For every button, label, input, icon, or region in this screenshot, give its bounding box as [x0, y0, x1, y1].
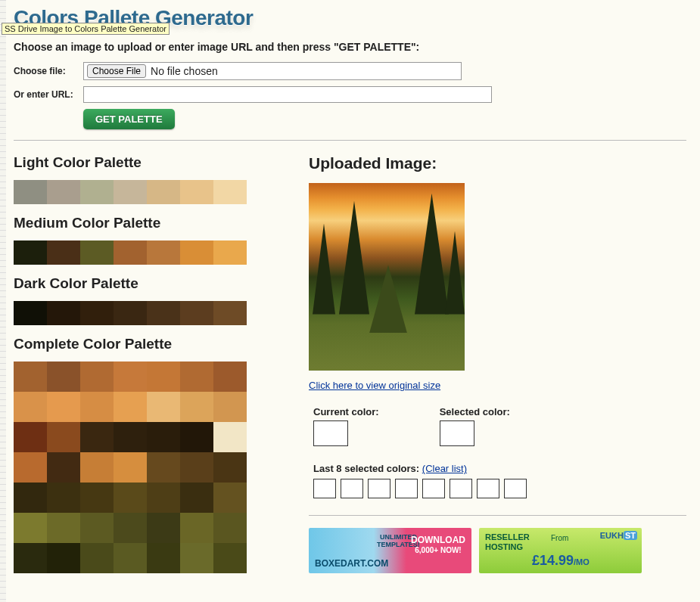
file-input-box[interactable]: Choose File No file chosen: [83, 62, 462, 80]
color-swatch[interactable]: [213, 301, 247, 325]
get-palette-button[interactable]: GET PALETTE: [83, 109, 175, 129]
color-swatch[interactable]: [147, 513, 180, 543]
color-swatch[interactable]: [114, 543, 147, 573]
ad-logo-text: EUKHST: [600, 531, 637, 540]
color-swatch[interactable]: [180, 543, 213, 573]
color-swatch[interactable]: [147, 180, 180, 204]
color-swatch[interactable]: [80, 301, 114, 325]
color-swatch[interactable]: [180, 301, 213, 325]
color-swatch[interactable]: [180, 362, 213, 392]
color-swatch[interactable]: [213, 422, 247, 452]
color-swatch[interactable]: [14, 452, 47, 483]
color-swatch[interactable]: [47, 422, 80, 452]
ad-boxedart[interactable]: UNLIMITEDTEMPLATES! DOWNLOAD6,000+ NOW! …: [309, 528, 471, 573]
last-color-swatch[interactable]: [504, 479, 527, 498]
ad-from-text: From: [551, 534, 568, 542]
color-swatch[interactable]: [14, 483, 47, 513]
color-status-row: Current color: Selected color:: [313, 406, 686, 446]
color-swatch[interactable]: [14, 240, 47, 265]
color-swatch[interactable]: [114, 240, 147, 265]
last-color-swatch[interactable]: [395, 479, 418, 498]
last-color-swatch[interactable]: [422, 479, 445, 498]
color-swatch[interactable]: [147, 392, 180, 422]
color-swatch[interactable]: [14, 422, 47, 452]
color-swatch[interactable]: [180, 180, 213, 204]
color-swatch[interactable]: [47, 543, 80, 573]
color-swatch[interactable]: [114, 392, 147, 422]
uploaded-image-heading: Uploaded Image:: [309, 154, 686, 172]
color-swatch[interactable]: [14, 301, 47, 325]
color-swatch[interactable]: [180, 513, 213, 543]
color-swatch[interactable]: [180, 483, 213, 513]
color-swatch[interactable]: [80, 180, 114, 204]
right-divider: [309, 515, 686, 516]
color-swatch[interactable]: [114, 180, 147, 204]
color-swatch[interactable]: [47, 240, 80, 265]
color-swatch[interactable]: [14, 513, 47, 543]
content-columns: Light Color Palette Medium Color Palette…: [14, 154, 686, 573]
color-swatch[interactable]: [80, 392, 114, 422]
color-swatch[interactable]: [213, 452, 247, 483]
color-swatch[interactable]: [213, 392, 247, 422]
choose-file-button[interactable]: Choose File: [87, 64, 146, 78]
color-swatch[interactable]: [80, 240, 114, 265]
color-swatch[interactable]: [14, 392, 47, 422]
color-swatch[interactable]: [80, 483, 114, 513]
uploaded-image[interactable]: [309, 183, 465, 371]
last-color-swatch[interactable]: [341, 479, 363, 498]
color-swatch[interactable]: [80, 422, 114, 452]
color-swatch[interactable]: [147, 362, 180, 392]
clear-list-link[interactable]: (Clear list): [422, 463, 467, 474]
color-swatch[interactable]: [14, 180, 47, 204]
color-swatch[interactable]: [114, 483, 147, 513]
color-swatch[interactable]: [47, 483, 80, 513]
color-swatch[interactable]: [80, 543, 114, 573]
tree-icon: [415, 194, 449, 315]
color-swatch[interactable]: [213, 180, 247, 204]
tree-icon: [339, 201, 369, 315]
color-swatch[interactable]: [213, 543, 247, 573]
color-swatch[interactable]: [80, 513, 114, 543]
last-color-swatch[interactable]: [313, 479, 336, 498]
selected-color-label: Selected color:: [440, 406, 510, 417]
color-swatch[interactable]: [14, 543, 47, 573]
color-swatch[interactable]: [80, 362, 114, 392]
color-swatch[interactable]: [147, 240, 180, 265]
color-swatch[interactable]: [147, 452, 180, 483]
last-color-swatch[interactable]: [477, 479, 499, 498]
color-swatch[interactable]: [213, 513, 247, 543]
color-swatch[interactable]: [114, 513, 147, 543]
ad-eukhost[interactable]: RESELLERHOSTING From EUKHST £14.99/MO: [479, 528, 642, 573]
color-swatch[interactable]: [14, 362, 47, 392]
file-status-text: No file chosen: [151, 65, 218, 77]
color-swatch[interactable]: [213, 483, 247, 513]
color-swatch[interactable]: [47, 180, 80, 204]
light-palette-row: [14, 180, 263, 204]
color-swatch[interactable]: [213, 362, 247, 392]
color-swatch[interactable]: [114, 301, 147, 325]
color-swatch[interactable]: [147, 543, 180, 573]
color-swatch[interactable]: [180, 240, 213, 265]
ad-reseller-text: RESELLERHOSTING: [485, 532, 530, 552]
color-swatch[interactable]: [213, 240, 247, 265]
color-swatch[interactable]: [47, 362, 80, 392]
color-swatch[interactable]: [47, 513, 80, 543]
view-original-link[interactable]: Click here to view original size: [309, 380, 440, 391]
color-swatch[interactable]: [114, 452, 147, 483]
color-swatch[interactable]: [80, 452, 114, 483]
left-column: Light Color Palette Medium Color Palette…: [14, 154, 263, 573]
color-swatch[interactable]: [147, 483, 180, 513]
color-swatch[interactable]: [180, 392, 213, 422]
color-swatch[interactable]: [147, 301, 180, 325]
color-swatch[interactable]: [47, 452, 80, 483]
color-swatch[interactable]: [114, 422, 147, 452]
color-swatch[interactable]: [114, 362, 147, 392]
color-swatch[interactable]: [47, 301, 80, 325]
last-color-swatch[interactable]: [368, 479, 390, 498]
url-input[interactable]: [83, 86, 492, 103]
last-color-swatch[interactable]: [450, 479, 472, 498]
color-swatch[interactable]: [180, 422, 213, 452]
color-swatch[interactable]: [147, 422, 180, 452]
color-swatch[interactable]: [180, 452, 213, 483]
color-swatch[interactable]: [47, 392, 80, 422]
